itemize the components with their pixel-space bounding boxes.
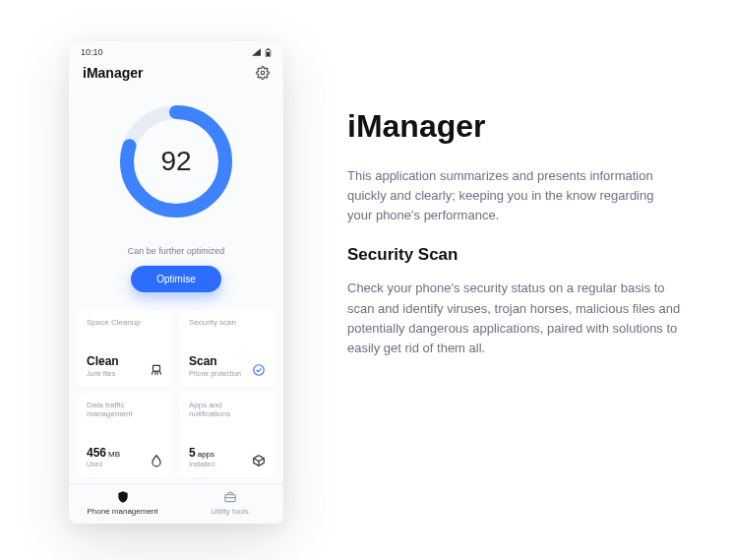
card-label: Data traffic management — [87, 401, 163, 418]
card-sub: Installed — [189, 461, 214, 467]
svg-rect-2 — [268, 48, 270, 50]
toolbox-icon — [223, 490, 237, 504]
copy-title: iManager — [347, 108, 682, 145]
tab-label: Phone management — [87, 507, 157, 516]
card-sub: Phone protection — [189, 370, 241, 377]
marketing-copy: iManager This application summarizes and… — [347, 108, 682, 378]
app-header: iManager — [69, 59, 283, 85]
card-space-cleanup[interactable]: Space Cleanup Clean Junk files — [77, 310, 173, 387]
tab-label: Utility tools — [211, 507, 249, 516]
optimise-button[interactable]: Optimise — [131, 266, 220, 292]
card-sub: Junk files — [87, 370, 119, 377]
battery-icon — [265, 48, 272, 57]
svg-rect-1 — [267, 51, 270, 56]
svg-point-7 — [254, 364, 265, 375]
cards-grid: Space Cleanup Clean Junk files Security … — [77, 310, 275, 477]
card-main: Clean — [87, 355, 119, 368]
score-gauge: 92 — [113, 98, 239, 224]
signal-icon — [252, 48, 261, 56]
card-label: Apps and notifications — [189, 401, 266, 418]
status-time: 10:10 — [81, 47, 103, 57]
copy-desc: This application summarizes and presents… — [347, 166, 682, 225]
app-title: iManager — [83, 65, 143, 81]
bottom-nav: Phone management Utility tools — [69, 483, 283, 524]
card-main: 5apps — [189, 447, 214, 460]
shield-icon — [116, 490, 130, 504]
card-apps-notifications[interactable]: Apps and notifications 5apps Installed — [179, 393, 275, 478]
broom-icon — [150, 363, 163, 377]
copy-subdesc: Check your phone's security status on a … — [347, 279, 682, 358]
tab-utility-tools[interactable]: Utility tools — [176, 484, 283, 524]
card-data-traffic[interactable]: Data traffic management 456MB Used — [77, 393, 173, 478]
gauge-hint: Can be further optimized — [128, 246, 225, 256]
phone-mockup: 10:10 iManager 92 Can be further optimiz… — [69, 41, 283, 524]
card-label: Space Cleanup — [87, 318, 163, 327]
drop-icon — [150, 454, 163, 467]
card-security-scan[interactable]: Security scan Scan Phone protection — [179, 310, 275, 387]
status-indicators — [252, 48, 272, 57]
svg-point-3 — [261, 71, 265, 75]
gear-icon[interactable] — [256, 66, 270, 80]
card-label: Security scan — [189, 318, 266, 327]
card-main: Scan — [189, 355, 241, 368]
card-main: 456MB — [87, 447, 120, 460]
gauge-score: 92 — [113, 98, 239, 224]
gauge-section: 92 Can be further optimized Optimise — [69, 85, 283, 292]
card-sub: Used — [87, 461, 120, 467]
cube-icon — [252, 454, 266, 467]
status-bar: 10:10 — [69, 41, 283, 59]
check-circle-icon — [252, 363, 266, 377]
copy-subhead: Security Scan — [347, 245, 682, 265]
svg-rect-6 — [153, 365, 160, 371]
tab-phone-management[interactable]: Phone management — [69, 484, 176, 524]
